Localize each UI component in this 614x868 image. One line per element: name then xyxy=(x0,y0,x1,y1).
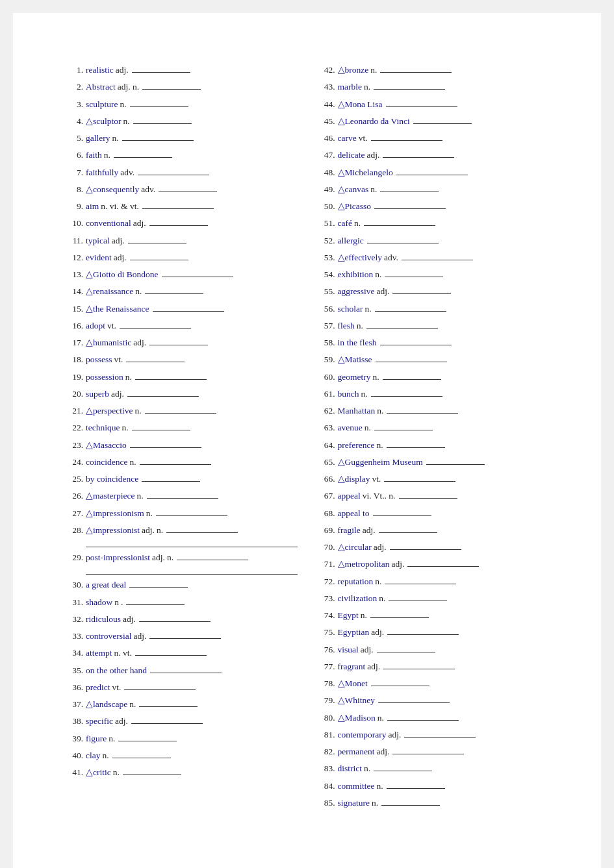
item-number: 27. xyxy=(65,507,83,520)
list-item: 40.clayn. xyxy=(65,749,298,762)
item-pos2: n. xyxy=(167,551,173,564)
list-item: 10.conventionaladj. xyxy=(65,217,298,230)
item-word: Abstract xyxy=(86,81,116,93)
list-item: 43.marblen. xyxy=(317,81,550,93)
list-item: 13.△Giotto di Bondone xyxy=(65,268,298,281)
list-item: 55.aggressiveadj. xyxy=(317,285,550,298)
item-word: bunch xyxy=(338,388,359,401)
item-number: 74. xyxy=(317,609,335,622)
item-word: delicate xyxy=(338,149,365,162)
item-number: 67. xyxy=(317,490,335,502)
item-number: 53. xyxy=(317,251,335,264)
list-item: 67.appealvi. Vt.. n. xyxy=(317,490,550,502)
item-number: 50. xyxy=(317,200,335,213)
item-blank-line xyxy=(374,421,433,430)
item-blank-line xyxy=(378,694,450,703)
item-blank-line xyxy=(131,715,203,724)
item-blank-line xyxy=(383,149,454,158)
item-blank-line xyxy=(149,630,221,639)
item-pos: adj. xyxy=(123,613,136,626)
item-word: gallery xyxy=(86,132,110,145)
item-pos: adj. xyxy=(116,64,129,77)
item-number: 45. xyxy=(317,115,335,128)
list-item: 36.predictvt. xyxy=(65,681,298,694)
item-pos: n. xyxy=(125,371,132,384)
list-item: 46.carvevt. xyxy=(317,132,550,145)
item-word: adopt xyxy=(86,319,105,332)
list-item: 63.avenuen. xyxy=(317,421,550,434)
item-number: 18. xyxy=(65,353,83,366)
list-item: 85.signaturen. xyxy=(317,797,550,810)
list-item: 29.post-impressionistadj. n. xyxy=(65,551,298,575)
item-blank-line xyxy=(407,558,479,567)
item-word: by coincidence xyxy=(86,473,138,486)
item-pos: n xyxy=(114,596,119,609)
item-blank-line xyxy=(371,677,429,686)
item-pos: vi. Vt.. n. xyxy=(363,490,396,502)
item-pos: n. xyxy=(375,268,381,281)
item-number: 2. xyxy=(65,81,83,93)
item-number: 48. xyxy=(317,166,335,179)
list-item: 44.△Mona Lisa xyxy=(317,98,550,111)
item-number: 83. xyxy=(317,762,335,775)
item-word: △Matisse xyxy=(338,353,372,366)
item-number: 36. xyxy=(65,681,83,694)
item-word: contemporary xyxy=(338,728,387,741)
list-item: 76.visualadj. xyxy=(317,643,550,656)
item-number: 26. xyxy=(65,490,83,502)
item-blank-line xyxy=(128,234,186,243)
item-word: △Michelangelo xyxy=(338,166,393,179)
item-number: 11. xyxy=(65,234,83,247)
item-pos: adj. xyxy=(371,626,384,639)
item-blank-line xyxy=(145,404,216,414)
item-word: typical xyxy=(86,234,110,247)
item-number: 13. xyxy=(65,268,83,281)
item-blank-line xyxy=(126,596,185,605)
item-word: Egypt xyxy=(338,609,359,622)
item-pos: n. vi. & vt. xyxy=(101,200,139,213)
item-pos: n. vt. xyxy=(114,647,132,660)
item-word: possession xyxy=(86,371,123,384)
item-number: 55. xyxy=(317,285,335,298)
list-item: 77.fragrantadj. xyxy=(317,660,550,673)
item-blank-line xyxy=(379,524,437,533)
item-blank-line xyxy=(383,371,441,380)
list-item: 54.exhibitionn. xyxy=(317,268,550,281)
item-blank-line xyxy=(404,728,476,738)
list-item: 14.△renaissancen. xyxy=(65,285,298,298)
item-pos: adj. xyxy=(366,149,379,162)
item-number: 38. xyxy=(65,715,83,728)
item-pos: n. xyxy=(364,762,370,775)
item-blank-line xyxy=(130,251,188,260)
item-blank-line xyxy=(135,647,207,656)
item-blank-line xyxy=(387,404,458,414)
list-item: 39.figuren. xyxy=(65,732,298,745)
list-item: 4.△sculptorn. xyxy=(65,115,298,128)
item-number: 5. xyxy=(65,132,83,145)
list-item: 31.shadown. xyxy=(65,596,298,609)
list-item: 41.△criticn. xyxy=(65,766,298,779)
item-word: △landscape xyxy=(86,698,127,711)
item-number: 10. xyxy=(65,217,83,230)
item-blank-line xyxy=(162,268,233,277)
list-item: 25.by coincidence xyxy=(65,473,298,486)
list-item: 5.galleryn. xyxy=(65,132,298,145)
item-number: 54. xyxy=(317,268,335,281)
item-blank-line xyxy=(112,749,171,758)
list-item: 49.△canvasn. xyxy=(317,183,550,196)
right-column: 42.△bronzen.43.marblen.44.△Mona Lisa45.△… xyxy=(317,64,550,813)
item-blank-line xyxy=(147,490,218,499)
item-word: reputation xyxy=(338,575,374,588)
list-item: 35.on the other hand xyxy=(65,664,298,677)
item-blank-line xyxy=(371,132,442,141)
item-blank-line xyxy=(385,575,456,584)
item-blank-line xyxy=(140,456,211,465)
item-word: △impressionist xyxy=(86,524,140,537)
list-item: 57.fleshn. xyxy=(317,319,550,332)
item-word: Manhattan xyxy=(338,404,376,417)
item-blank-line xyxy=(177,551,248,560)
item-word: △Giotto di Bondone xyxy=(86,268,159,281)
item-blank-line xyxy=(150,664,222,673)
list-item: 20.superbadj. xyxy=(65,388,298,401)
item-number: 58. xyxy=(317,336,335,349)
